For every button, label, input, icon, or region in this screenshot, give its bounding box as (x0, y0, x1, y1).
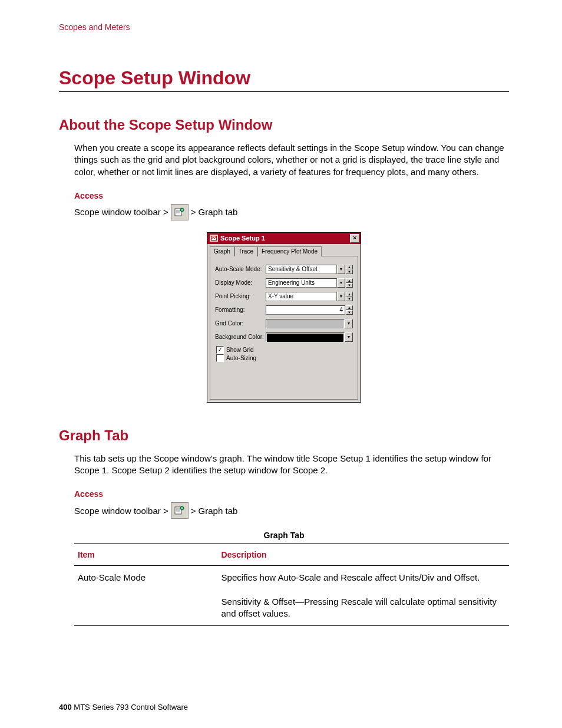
spinner-display-mode[interactable]: ▲▼ (346, 278, 353, 288)
label-auto-scale-mode: Auto-Scale Mode: (215, 266, 266, 272)
col-description: Description (218, 544, 509, 566)
table-row: Sensitivity & Offset—Pressing Rescale wi… (74, 590, 509, 626)
about-access-line: Scope window toolbar > > Graph tab (74, 204, 509, 220)
label-formatting: Formatting: (215, 307, 266, 313)
graph-access-heading: Access (74, 489, 509, 499)
swatch-background-color[interactable] (266, 332, 345, 342)
about-body: When you create a scope its appearance r… (74, 142, 509, 178)
dialog-body: Auto-Scale Mode: Sensitivity & Offset ▲▼… (210, 256, 358, 400)
input-formatting[interactable]: 4 (266, 305, 345, 315)
table-caption: Graph Tab (59, 531, 509, 540)
running-header: Scopes and Meters (59, 22, 509, 32)
dropdown-icon[interactable] (345, 332, 353, 342)
access-suffix: > Graph tab (191, 506, 238, 516)
table-row: Auto-Scale Mode Specifies how Auto-Scale… (74, 566, 509, 590)
spinner-formatting[interactable]: ▲▼ (346, 305, 353, 315)
swatch-grid-color[interactable] (266, 319, 345, 328)
spinner-point-picking[interactable]: ▲▼ (346, 292, 353, 301)
dialog-app-icon (210, 235, 218, 242)
scope-setup-dialog: Scope Setup 1 ✕ Graph Trace Frequency Pl… (207, 232, 361, 403)
properties-icon (171, 204, 189, 220)
checkbox-show-grid[interactable]: ✓ Show Grid (216, 346, 353, 354)
page-number: 400 (59, 703, 72, 711)
select-auto-scale-mode[interactable]: Sensitivity & Offset (266, 265, 337, 274)
svg-rect-5 (181, 209, 182, 210)
graph-access-line: Scope window toolbar > > Graph tab (74, 502, 509, 519)
cell-item: Auto-Scale Mode (74, 566, 218, 590)
close-icon[interactable]: ✕ (350, 234, 359, 243)
dialog-tabs: Graph Trace Frequency Plot Mode (207, 244, 361, 256)
cell-desc: Sensitivity & Offset—Pressing Rescale wi… (218, 590, 509, 626)
dialog-title: Scope Setup 1 (220, 235, 265, 242)
access-prefix: Scope window toolbar > (74, 506, 168, 516)
label-background-color: Background Color: (215, 334, 266, 340)
check-icon (216, 354, 224, 362)
checkbox-label: Show Grid (226, 347, 254, 353)
cell-desc: Specifies how Auto-Scale and Rescale aff… (218, 566, 509, 590)
check-icon: ✓ (216, 346, 224, 354)
about-access-heading: Access (74, 191, 509, 200)
tab-trace[interactable]: Trace (234, 246, 257, 256)
page-footer: 400 MTS Series 793 Control Software (59, 703, 188, 711)
select-point-picking[interactable]: X-Y value (266, 292, 337, 301)
cell-item (74, 590, 218, 626)
dropdown-icon[interactable] (337, 278, 345, 288)
product-name: MTS Series 793 Control Software (74, 703, 188, 711)
access-prefix: Scope window toolbar > (74, 207, 168, 217)
checkbox-label: Auto-Sizing (226, 355, 256, 361)
dropdown-icon[interactable] (337, 292, 345, 301)
dropdown-icon[interactable] (345, 319, 353, 328)
dropdown-icon[interactable] (337, 265, 345, 274)
graph-tab-table: Item Description Auto-Scale Mode Specifi… (74, 543, 509, 626)
page-title: Scope Setup Window (59, 67, 509, 92)
select-display-mode[interactable]: Engineering Units (266, 278, 337, 288)
dialog-titlebar: Scope Setup 1 ✕ (207, 233, 361, 244)
graph-tab-body: This tab sets up the Scope window's grap… (74, 453, 509, 477)
about-heading: About the Scope Setup Window (59, 117, 509, 133)
label-display-mode: Display Mode: (215, 279, 266, 286)
checkbox-auto-sizing[interactable]: Auto-Sizing (216, 354, 353, 362)
tab-graph[interactable]: Graph (210, 246, 234, 256)
label-grid-color: Grid Color: (215, 320, 266, 327)
col-item: Item (74, 544, 218, 566)
properties-icon (171, 502, 189, 519)
access-suffix: > Graph tab (191, 207, 238, 217)
svg-rect-13 (181, 508, 182, 509)
spinner-auto-scale[interactable]: ▲▼ (346, 265, 353, 274)
tab-frequency-plot-mode[interactable]: Frequency Plot Mode (257, 246, 322, 256)
graph-tab-heading: Graph Tab (59, 427, 509, 444)
label-point-picking: Point Picking: (215, 293, 266, 299)
